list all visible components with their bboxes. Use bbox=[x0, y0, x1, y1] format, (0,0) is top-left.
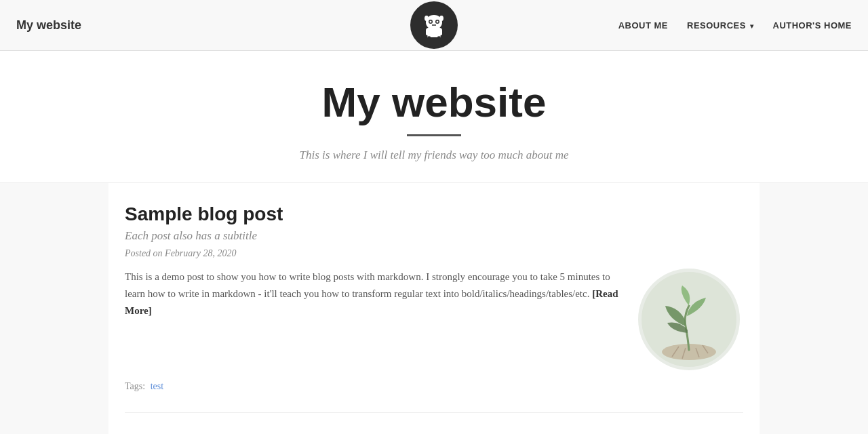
post-1-body: This is a demo post to show you how to w… bbox=[125, 269, 622, 319]
nav-link-about[interactable]: ABOUT ME bbox=[618, 20, 668, 31]
svg-rect-1 bbox=[426, 28, 442, 37]
post-1-image-container bbox=[638, 269, 743, 370]
post-1-tags: Tags: test bbox=[125, 381, 743, 392]
post-1-tag-test[interactable]: test bbox=[151, 381, 163, 391]
post-1-subtitle: Each post also has a subtitle bbox=[125, 229, 743, 243]
hero-divider bbox=[407, 134, 461, 136]
nav-item-about: ABOUT ME bbox=[618, 19, 668, 31]
hero-section: My website This is where I will tell my … bbox=[0, 51, 868, 183]
main-content: Sample blog post Each post also has a su… bbox=[108, 183, 760, 434]
hero-title: My website bbox=[14, 78, 854, 126]
nav-item-author: AUTHOR'S HOME bbox=[773, 19, 852, 31]
blog-post-1: Sample blog post Each post also has a su… bbox=[125, 203, 743, 413]
navbar: My website bbox=[0, 0, 868, 51]
svg-point-4 bbox=[430, 21, 432, 23]
hero-subtitle: This is where I will tell my friends way… bbox=[14, 149, 854, 162]
nav-item-resources: RESOURCES ▾ bbox=[687, 19, 753, 31]
logo-icon bbox=[419, 10, 449, 40]
plant-illustration bbox=[642, 272, 736, 367]
post-1-date: Posted on February 28, 2020 bbox=[125, 248, 743, 259]
post-1-image bbox=[638, 269, 740, 370]
svg-point-8 bbox=[439, 16, 443, 21]
svg-point-7 bbox=[425, 16, 429, 21]
site-logo bbox=[410, 1, 458, 49]
post-1-title: Sample blog post bbox=[125, 203, 743, 225]
svg-point-5 bbox=[437, 21, 439, 23]
post-1-body-row: This is a demo post to show you how to w… bbox=[125, 269, 743, 370]
nav-links: ABOUT ME RESOURCES ▾ AUTHOR'S HOME bbox=[618, 19, 852, 31]
dropdown-arrow-icon: ▾ bbox=[750, 22, 754, 30]
nav-link-author[interactable]: AUTHOR'S HOME bbox=[773, 20, 852, 31]
nav-link-resources[interactable]: RESOURCES ▾ bbox=[687, 20, 753, 31]
nav-brand[interactable]: My website bbox=[16, 18, 81, 33]
logo-circle bbox=[410, 1, 458, 49]
